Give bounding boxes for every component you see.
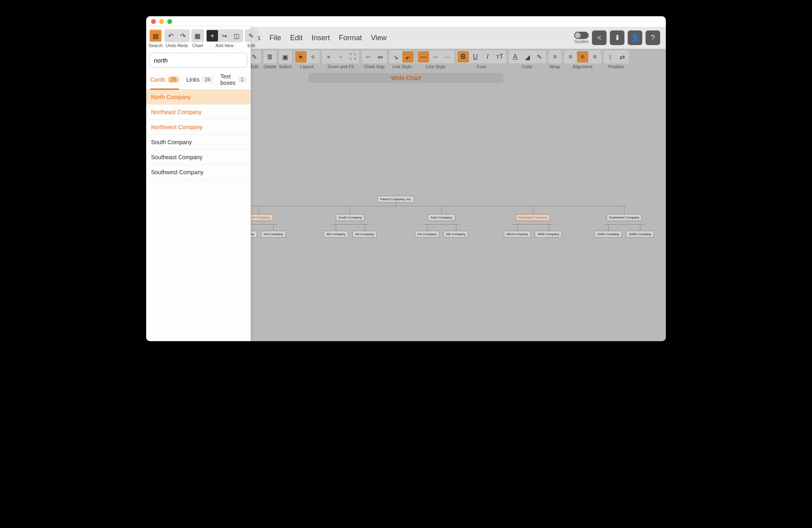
zoom-out-button[interactable]: － bbox=[335, 51, 346, 63]
fontsize-button[interactable]: тT bbox=[494, 51, 505, 63]
tab-cards[interactable]: Cards 25 bbox=[150, 73, 179, 89]
org-node[interactable]: NEA Company bbox=[504, 231, 531, 238]
search-tabs: Cards 25 Links 24 Text boxes 1 bbox=[146, 71, 251, 90]
manual-layout-button[interactable]: ✧ bbox=[307, 51, 319, 63]
search-input[interactable] bbox=[149, 53, 247, 67]
zoom-in-button[interactable]: ＋ bbox=[323, 51, 334, 63]
toggle-icon bbox=[574, 32, 589, 39]
help-icon: ? bbox=[651, 34, 655, 42]
sp-add-textbox-button[interactable]: ◫ bbox=[231, 30, 242, 41]
sp-undo-button[interactable]: ↶ bbox=[165, 30, 177, 41]
border-color-button[interactable]: ✎ bbox=[534, 51, 545, 63]
menu-file[interactable]: File bbox=[269, 34, 281, 42]
sp-chart-button[interactable]: ▦ bbox=[192, 30, 203, 41]
search-result-item[interactable]: Northwest Company bbox=[146, 120, 251, 135]
line-dotted-button[interactable]: ⋯ bbox=[442, 51, 454, 63]
link-elbow-button[interactable]: ⬐ bbox=[402, 51, 414, 63]
delete-button[interactable]: 🗑 bbox=[264, 51, 276, 63]
sp-redo-button[interactable]: ↷ bbox=[177, 30, 189, 41]
search-result-item[interactable]: South Company bbox=[146, 135, 251, 150]
search-panel: ▤Search ↶↷Undo Redo ▦Chart ＋↪◫Add New ✎E… bbox=[146, 27, 251, 341]
select-button[interactable]: ▣ bbox=[280, 51, 291, 63]
auto-layout-button[interactable]: ✦ bbox=[295, 51, 307, 63]
titlebar bbox=[146, 16, 666, 27]
align-center-button[interactable]: ≡ bbox=[577, 51, 588, 63]
menu-format[interactable]: Format bbox=[339, 34, 362, 42]
org-node[interactable]: NA Company bbox=[261, 231, 286, 238]
align-left-button[interactable]: ≡ bbox=[565, 51, 576, 63]
guides-toggle[interactable]: Guides bbox=[574, 32, 589, 44]
line-solid-button[interactable]: — bbox=[418, 51, 429, 63]
guides-label: Guides bbox=[574, 39, 589, 44]
wrap-button[interactable]: ≡ bbox=[549, 51, 561, 63]
search-result-item[interactable]: Southwest Company bbox=[146, 165, 251, 180]
org-node[interactable]: Southwest Company bbox=[607, 214, 642, 221]
align-right-button[interactable]: ≡ bbox=[589, 51, 600, 63]
link-straight-button[interactable]: ↘ bbox=[390, 51, 402, 63]
sp-add-link-button[interactable]: ↪ bbox=[219, 30, 230, 41]
org-node[interactable]: Northeast Company bbox=[516, 214, 550, 221]
download-icon: ⬇ bbox=[614, 33, 620, 42]
help-button[interactable]: ? bbox=[646, 30, 660, 45]
wide-chart-banner: Wide Chart bbox=[309, 73, 503, 83]
org-node[interactable]: SB Company bbox=[324, 231, 348, 238]
app-window: lexchart ← Charts File Edit Insert Forma… bbox=[146, 16, 666, 341]
org-node[interactable]: NEB Company bbox=[535, 231, 562, 238]
org-node[interactable]: SWB Company bbox=[626, 231, 654, 238]
search-result-item[interactable]: Southeast Company bbox=[146, 150, 251, 165]
org-node[interactable]: EA Company bbox=[415, 231, 440, 238]
text-color-button[interactable]: A bbox=[510, 51, 521, 63]
position-swap-button[interactable]: ⇄ bbox=[617, 51, 628, 63]
menu-view[interactable]: View bbox=[371, 34, 387, 42]
org-node[interactable]: South Company bbox=[336, 214, 365, 221]
search-result-item[interactable]: North Company bbox=[146, 90, 251, 105]
sp-add-card-button[interactable]: ＋ bbox=[207, 30, 218, 41]
fill-color-button[interactable]: ◢ bbox=[522, 51, 533, 63]
org-node[interactable]: SA Company bbox=[352, 231, 377, 238]
minimize-window-button[interactable] bbox=[159, 19, 164, 24]
underline-button[interactable]: U bbox=[470, 51, 481, 63]
org-node[interactable]: SWA Company bbox=[594, 231, 622, 238]
menu-insert[interactable]: Insert bbox=[311, 34, 330, 42]
share-button[interactable]: < bbox=[592, 30, 607, 45]
download-button[interactable]: ⬇ bbox=[610, 30, 624, 45]
search-results: North CompanyNortheast CompanyNorthwest … bbox=[146, 90, 251, 341]
share-icon: < bbox=[597, 34, 602, 42]
search-result-item[interactable]: Northeast Company bbox=[146, 105, 251, 120]
gap-narrow-button[interactable]: ⇔ bbox=[375, 51, 386, 63]
line-dashed-button[interactable]: -- bbox=[430, 51, 441, 63]
close-window-button[interactable] bbox=[151, 19, 156, 24]
tab-textboxes[interactable]: Text boxes 1 bbox=[220, 73, 246, 89]
account-button[interactable]: 👤 bbox=[628, 30, 642, 45]
position-up-button[interactable]: ↕ bbox=[605, 51, 616, 63]
sp-edit-button[interactable]: ✎ bbox=[246, 30, 257, 41]
gap-wide-button[interactable]: ↔ bbox=[363, 51, 374, 63]
bold-button[interactable]: B bbox=[458, 51, 469, 63]
italic-button[interactable]: I bbox=[482, 51, 493, 63]
org-node[interactable]: EB Company bbox=[443, 231, 468, 238]
maximize-window-button[interactable] bbox=[167, 19, 172, 24]
app-root: lexchart ← Charts File Edit Insert Forma… bbox=[146, 27, 666, 341]
fit-button[interactable]: ⛶ bbox=[347, 51, 358, 63]
org-node[interactable]: East Company bbox=[428, 214, 455, 221]
sp-search-button[interactable]: ▤ bbox=[150, 30, 161, 41]
menu-edit[interactable]: Edit bbox=[290, 34, 302, 42]
person-icon: 👤 bbox=[631, 33, 639, 42]
tab-links[interactable]: Links 24 bbox=[186, 73, 213, 89]
